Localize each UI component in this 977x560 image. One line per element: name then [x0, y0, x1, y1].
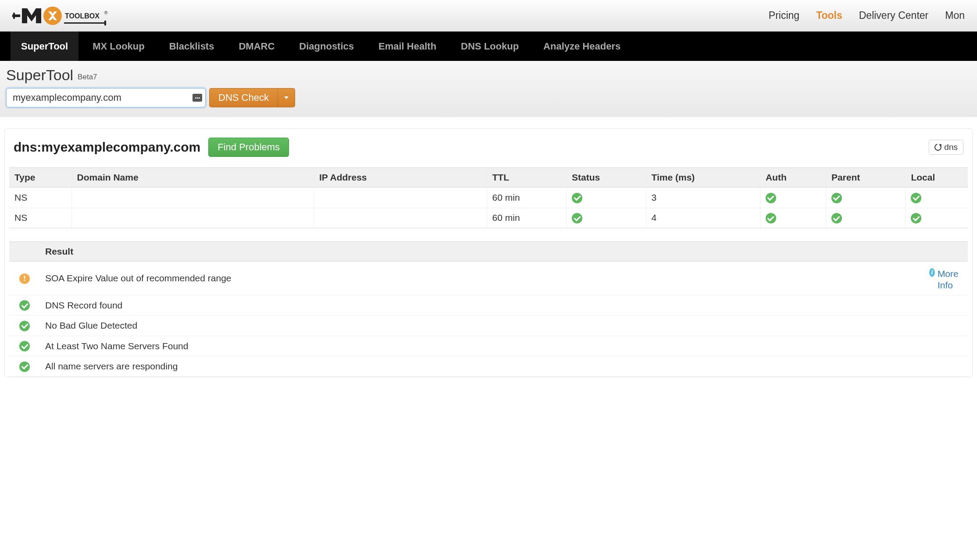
nav-delivery-center[interactable]: Delivery Center [859, 10, 929, 21]
cell-ttl: 60 min [487, 208, 567, 228]
dns-check-button[interactable]: DNS Check [209, 88, 278, 107]
cell-time: 4 [646, 208, 760, 228]
cell-auth [760, 188, 826, 208]
svg-rect-1 [13, 13, 15, 19]
th-result-action [924, 242, 968, 262]
cell-parent [826, 208, 906, 228]
result-text: No Bad Glue Detected [40, 315, 924, 336]
warn-icon: ! [19, 273, 30, 284]
logo-svg: TOOLBOX ® [12, 5, 109, 27]
find-problems-button[interactable]: Find Problems [208, 138, 289, 157]
table-row: NS 60 min 3 [9, 188, 968, 208]
check-icon [766, 213, 776, 223]
check-icon [831, 213, 842, 223]
result-text: DNS Record found [40, 295, 924, 315]
result-row: DNS Record found [9, 295, 968, 315]
cell-type: NS [9, 208, 71, 228]
check-icon [911, 193, 921, 203]
refresh-label: dns [944, 142, 958, 152]
th-ttl: TTL [487, 168, 567, 188]
cell-domain [71, 188, 314, 208]
table-row: NS 60 min 4 [9, 208, 968, 228]
th-ip: IP Address [314, 168, 487, 188]
result-row: At Least Two Name Servers Found [9, 336, 968, 356]
check-icon [911, 213, 921, 223]
check-icon [19, 341, 30, 351]
cell-local [906, 188, 968, 208]
cell-ip [314, 208, 487, 228]
refresh-dns-button[interactable]: dns [929, 140, 963, 155]
check-icon [831, 193, 842, 203]
result-text: At Least Two Name Servers Found [40, 336, 924, 356]
logo[interactable]: TOOLBOX ® [12, 5, 109, 27]
top-bar: TOOLBOX ® Pricing Tools Delivery Center … [0, 0, 977, 32]
dns-records-table: Type Domain Name IP Address TTL Status T… [9, 167, 968, 228]
th-local: Local [906, 168, 968, 188]
result-card: dns:myexamplecompany.com Find Problems d… [4, 128, 973, 377]
th-result: Result [40, 242, 924, 262]
nav-mon[interactable]: Mon [945, 10, 965, 21]
top-nav: Pricing Tools Delivery Center Mon [769, 10, 965, 21]
info-icon: i [929, 268, 935, 277]
more-info-link[interactable]: iMore Info [929, 268, 963, 290]
result-row: ! SOA Expire Value out of recommended ra… [9, 262, 968, 295]
result-row: All name servers are responding [9, 356, 968, 377]
cell-auth [760, 208, 826, 228]
svg-text:TOOLBOX: TOOLBOX [65, 12, 100, 20]
tab-dns-lookup[interactable]: DNS Lookup [450, 32, 529, 61]
cell-local [906, 208, 968, 228]
refresh-icon [933, 142, 943, 152]
search-input[interactable] [6, 88, 206, 107]
results-table: Result ! SOA Expire Value out of recomme… [9, 241, 968, 377]
result-row: No Bad Glue Detected [9, 315, 968, 336]
keyboard-icon[interactable] [193, 94, 202, 102]
svg-text:®: ® [104, 11, 108, 15]
th-parent: Parent [826, 168, 906, 188]
page-header: SuperTool Beta7 DNS Check [0, 61, 977, 117]
tab-mx-lookup[interactable]: MX Lookup [82, 32, 155, 61]
result-text: SOA Expire Value out of recommended rang… [40, 262, 924, 295]
th-result-icon [9, 242, 40, 262]
cell-status [567, 188, 646, 208]
page-title: SuperTool [6, 67, 73, 84]
th-auth: Auth [760, 168, 826, 188]
check-icon [572, 213, 582, 223]
th-type: Type [9, 168, 71, 188]
more-info-label: More Info [938, 268, 963, 290]
secondary-nav: SuperTool MX Lookup Blacklists DMARC Dia… [0, 32, 977, 61]
caret-down-icon [284, 96, 289, 99]
nav-tools[interactable]: Tools [816, 10, 842, 21]
nav-pricing[interactable]: Pricing [769, 10, 799, 21]
cell-parent [826, 188, 906, 208]
th-domain: Domain Name [71, 168, 314, 188]
tab-email-health[interactable]: Email Health [368, 32, 447, 61]
check-icon [572, 193, 582, 203]
result-title: dns:myexamplecompany.com [14, 140, 200, 155]
tab-diagnostics[interactable]: Diagnostics [289, 32, 364, 61]
search-button-group: DNS Check [209, 88, 295, 107]
check-icon [19, 321, 30, 331]
cell-ttl: 60 min [487, 188, 567, 208]
check-icon [766, 193, 776, 203]
tab-supertool[interactable]: SuperTool [11, 32, 78, 61]
page-title-badge: Beta7 [78, 73, 97, 82]
cell-ip [314, 188, 487, 208]
content: dns:myexamplecompany.com Find Problems d… [0, 117, 977, 377]
cell-domain [71, 208, 314, 228]
cell-type: NS [9, 188, 71, 208]
cell-status [567, 208, 646, 228]
svg-rect-5 [64, 22, 106, 24]
tab-blacklists[interactable]: Blacklists [159, 32, 225, 61]
result-text: All name servers are responding [40, 356, 924, 377]
tab-analyze-headers[interactable]: Analyze Headers [533, 32, 631, 61]
tab-dmarc[interactable]: DMARC [228, 32, 285, 61]
cell-time: 3 [646, 188, 760, 208]
svg-rect-6 [104, 21, 106, 25]
th-status: Status [567, 168, 646, 188]
check-icon [19, 362, 30, 372]
dns-check-dropdown[interactable] [278, 88, 295, 107]
check-icon [19, 300, 30, 311]
th-time: Time (ms) [646, 168, 760, 188]
